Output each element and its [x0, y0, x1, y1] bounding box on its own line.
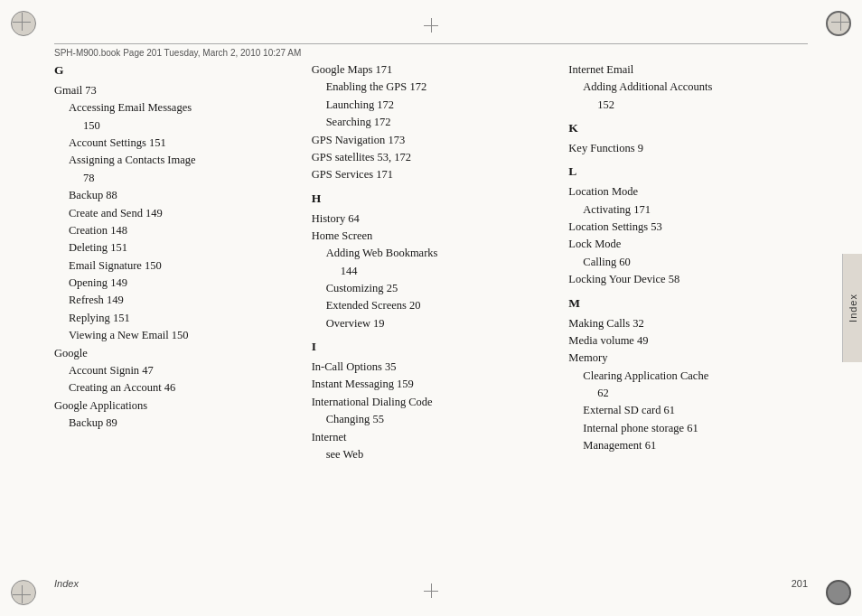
page: SPH-M900.book Page 201 Tuesday, March 2,… [0, 0, 862, 616]
index-entry: Media volume 49 [568, 332, 817, 350]
index-entry: Account Signin 47 [69, 362, 303, 379]
index-entry: Location Mode [568, 183, 817, 201]
index-entry: 152 [597, 97, 817, 114]
index-entry: Accessing Email Messages [69, 99, 303, 117]
section-letter-K: K [568, 119, 817, 138]
footer-label: Index [54, 578, 79, 589]
index-entry: Calling 60 [583, 254, 817, 271]
column-2: Google Maps 171Enabling the GPS 172Launc… [312, 61, 569, 562]
index-entry: Opening 149 [69, 275, 303, 292]
index-entry: Google Applications [54, 397, 303, 415]
index-entry: Creating an Account 46 [69, 379, 303, 397]
index-entry: Google Maps 171 [312, 61, 560, 79]
index-entry: Deleting 151 [69, 239, 303, 257]
index-entry: 78 [83, 170, 303, 187]
index-entry: Adding Web Bookmarks [326, 245, 560, 262]
index-entry: Clearing Application Cache [583, 368, 817, 385]
index-entry: GPS Services 171 [312, 166, 560, 183]
index-entry: Management 61 [583, 437, 817, 454]
index-entry: Searching 172 [326, 114, 560, 131]
reg-mark-tl [13, 13, 31, 31]
side-tab: Index [842, 254, 862, 362]
footer-page-number: 201 [792, 578, 808, 589]
section-letter-G: G [54, 61, 303, 80]
index-entry: Refresh 149 [69, 292, 303, 309]
index-entry: Instant Messaging 159 [312, 376, 560, 393]
index-entry: Account Settings 151 [69, 135, 303, 152]
index-entry: Lock Mode [568, 236, 817, 253]
reg-mark-tr [831, 13, 849, 31]
section-letter-H: H [312, 190, 560, 209]
index-entry: Internet Email [568, 61, 817, 79]
index-entry: Extended Screens 20 [326, 297, 560, 314]
index-entry: External SD card 61 [583, 402, 817, 419]
index-entry: Changing 55 [326, 411, 560, 428]
index-entry: International Dialing Code [312, 394, 560, 411]
index-entry: History 64 [312, 210, 560, 228]
index-entry: Memory [568, 350, 817, 367]
section-letter-L: L [568, 163, 817, 182]
bottom-center-mark [424, 583, 438, 598]
index-entry: Backup 88 [69, 187, 303, 204]
index-entry: 144 [341, 263, 560, 280]
index-entry: Create and Send 149 [69, 205, 303, 222]
index-entry: Home Screen [312, 228, 560, 245]
index-entry: Key Functions 9 [568, 140, 817, 157]
index-entry: Backup 89 [69, 415, 303, 432]
index-entry: Locking Your Device 58 [568, 271, 817, 288]
reg-mark-br [831, 585, 849, 603]
index-entry: see Web [326, 446, 560, 463]
header-text: SPH-M900.book Page 201 Tuesday, March 2,… [54, 48, 301, 58]
top-center-mark [424, 18, 438, 33]
index-entry: GPS satellites 53, 172 [312, 149, 560, 166]
index-entry: Making Calls 32 [568, 315, 817, 332]
section-letter-M: M [568, 294, 817, 313]
index-entry: Launching 172 [326, 97, 560, 114]
column-1: GGmail 73Accessing Email Messages150Acco… [54, 61, 312, 562]
index-entry: Internal phone storage 61 [583, 420, 817, 437]
index-entry: 150 [83, 117, 303, 135]
index-entry: Location Settings 53 [568, 219, 817, 236]
index-entry: 62 [597, 385, 817, 402]
index-entry: Creation 148 [69, 222, 303, 239]
index-entry: Replying 151 [69, 310, 303, 327]
index-entry: Email Signature 150 [69, 257, 303, 275]
index-entry: Enabling the GPS 172 [326, 79, 560, 96]
index-entry: Assigning a Contacts Image [69, 152, 303, 169]
index-entry: Google [54, 345, 303, 362]
index-entry: Activating 171 [583, 201, 817, 219]
content-area: GGmail 73Accessing Email Messages150Acco… [54, 61, 826, 562]
reg-mark-bl [13, 585, 31, 603]
index-entry: In-Call Options 35 [312, 359, 560, 376]
index-entry: GPS Navigation 173 [312, 132, 560, 149]
index-entry: Gmail 73 [54, 82, 303, 99]
index-entry: Customizing 25 [326, 280, 560, 297]
header-bar: SPH-M900.book Page 201 Tuesday, March 2,… [54, 43, 808, 58]
index-entry: Internet [312, 429, 560, 446]
index-entry: Viewing a New Email 150 [69, 327, 303, 344]
column-3: Internet EmailAdding Additional Accounts… [568, 61, 826, 562]
index-entry: Overview 19 [326, 315, 560, 332]
index-entry: Adding Additional Accounts [583, 79, 817, 96]
section-letter-I: I [312, 338, 560, 357]
side-tab-label: Index [848, 294, 858, 322]
